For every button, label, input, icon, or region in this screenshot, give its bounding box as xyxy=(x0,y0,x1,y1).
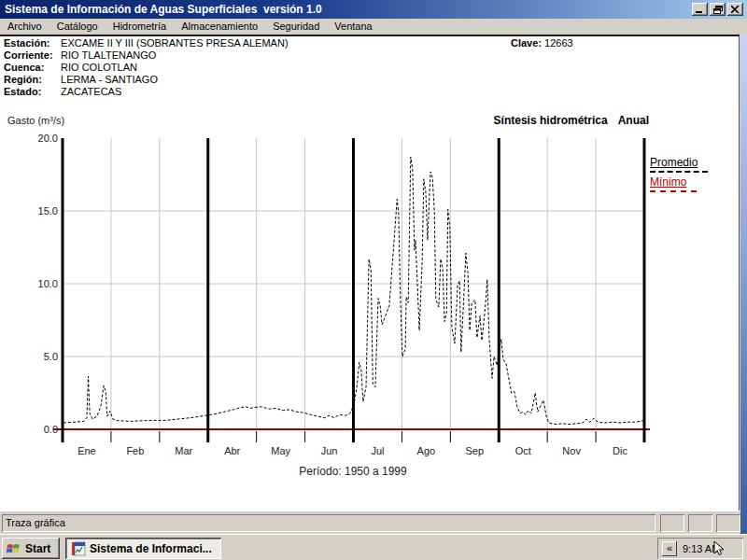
station-value: LERMA - SANTIAGO xyxy=(61,74,158,85)
menu-hidrometria[interactable]: Hidrometría xyxy=(106,20,174,34)
station-value: ZACATECAS xyxy=(61,86,121,97)
window-titlebar[interactable]: Sistema de Información de Aguas Superfic… xyxy=(0,0,747,19)
taskbar-app-button[interactable]: Sistema de Informaci... xyxy=(65,538,221,559)
station-row-estado: Estado: ZACATECAS xyxy=(4,86,289,98)
minimize-icon xyxy=(696,6,704,13)
chart-title: Síntesis hidrométrica xyxy=(494,114,608,127)
windows-logo-icon xyxy=(7,541,21,556)
station-label: Corriente: xyxy=(4,49,58,62)
desktop-background-strip xyxy=(740,35,747,534)
mouse-cursor-icon xyxy=(713,540,726,557)
status-box-1 xyxy=(660,514,684,532)
start-button-label: Start xyxy=(25,542,50,555)
system-tray: « 9:13 AM xyxy=(657,538,743,559)
start-button[interactable]: Start xyxy=(2,538,60,559)
status-message-panel: Traza gráfica xyxy=(2,514,655,532)
chart-legend: Promedio Mínimo xyxy=(650,156,708,192)
taskbar: Start Sistema de Informaci... « 9:13 AM xyxy=(0,534,747,560)
legend-minimo-label: Mínimo xyxy=(650,175,708,189)
menu-bar: Archivo Catálogo Hidrometría Almacenamie… xyxy=(0,19,747,35)
menu-ventana[interactable]: Ventana xyxy=(327,20,379,34)
taskbar-app-label: Sistema de Informaci... xyxy=(90,542,212,555)
station-label: Cuenca: xyxy=(4,62,58,74)
close-icon xyxy=(731,6,740,13)
desktop-screen: Sistema de Información de Aguas Superfic… xyxy=(0,0,747,560)
chart-mode: Anual xyxy=(618,114,649,127)
close-button[interactable] xyxy=(727,3,743,16)
clave-field: Clave: 12663 xyxy=(511,37,573,49)
status-text: Traza gráfica xyxy=(6,517,65,528)
station-row-corriente: Corriente: RIO TLALTENANGO xyxy=(4,49,289,62)
clave-label: Clave: xyxy=(511,37,542,49)
window-title: Sistema de Información de Aguas Superfic… xyxy=(5,3,322,16)
client-area xyxy=(0,35,740,511)
period-caption: Período: 1950 a 1999 xyxy=(0,465,706,478)
y-axis-title: Gasto (m³/s) xyxy=(7,115,64,126)
station-value: RIO COLOTLAN xyxy=(61,62,137,73)
status-box-2 xyxy=(688,514,712,532)
status-box-3 xyxy=(716,514,740,532)
station-info: Estación: EXCAME II Y III (SOBRANTES PRE… xyxy=(4,37,289,98)
restore-button[interactable] xyxy=(710,3,726,16)
clave-value: 12663 xyxy=(544,37,573,49)
legend-promedio-line-sample xyxy=(650,171,708,173)
window-controls xyxy=(692,3,743,16)
menu-almacenamiento[interactable]: Almacenamiento xyxy=(174,20,265,34)
station-value: RIO TLALTENANGO xyxy=(61,49,156,61)
station-row-cuenca: Cuenca: RIO COLOTLAN xyxy=(4,62,289,74)
legend-promedio-label: Promedio xyxy=(650,156,708,169)
station-label: Estado: xyxy=(4,86,58,98)
chart-title-row: Síntesis hidrométrica Anual xyxy=(493,114,649,127)
station-label: Región: xyxy=(4,74,58,86)
restore-icon xyxy=(713,6,723,14)
minimize-button[interactable] xyxy=(692,3,708,16)
station-value: EXCAME II Y III (SOBRANTES PRESA ALEMAN) xyxy=(61,37,289,49)
station-row-region: Región: LERMA - SANTIAGO xyxy=(4,74,289,86)
status-bar: Traza gráfica xyxy=(0,511,740,534)
tray-collapse-button[interactable]: « xyxy=(662,541,677,556)
legend-minimo-line-sample xyxy=(650,190,697,192)
station-row-estacion: Estación: EXCAME II Y III (SOBRANTES PRE… xyxy=(4,37,289,49)
menu-archivo[interactable]: Archivo xyxy=(0,20,49,34)
menu-catalogo[interactable]: Catálogo xyxy=(49,20,106,34)
app-icon xyxy=(71,541,86,556)
station-label: Estación: xyxy=(4,37,58,49)
menu-seguridad[interactable]: Seguridad xyxy=(265,20,327,34)
